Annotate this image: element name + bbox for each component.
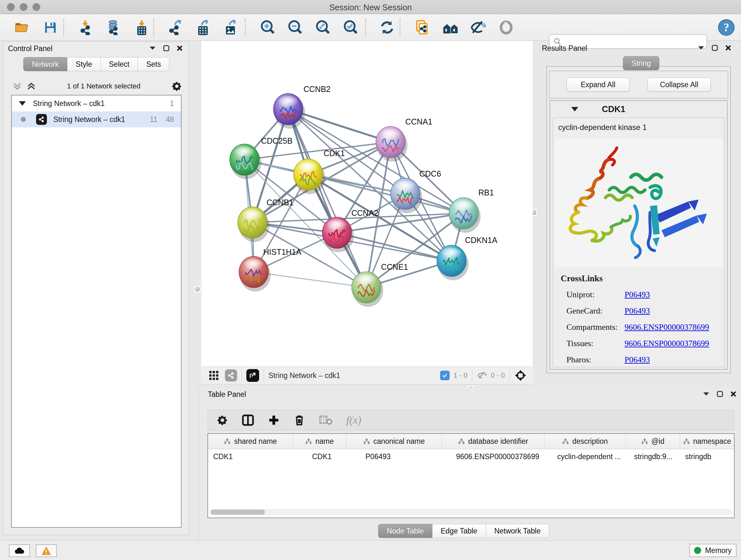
cloud-button[interactable]	[9, 544, 30, 557]
collapse-all-networks-icon[interactable]	[12, 81, 22, 91]
refresh-icon[interactable]	[378, 18, 396, 37]
scrollbar-thumb[interactable]	[211, 509, 265, 515]
import-table-icon[interactable]	[133, 18, 151, 37]
panel-float-icon[interactable]	[163, 45, 170, 51]
cell-database-identifier[interactable]: 9606.ENSP00000378699	[442, 449, 544, 464]
tab-edge-table[interactable]: Edge Table	[432, 524, 486, 538]
fit-selected-target-icon[interactable]	[514, 369, 527, 382]
import-network-icon[interactable]	[77, 18, 95, 37]
zoom-out-icon[interactable]	[286, 18, 305, 37]
cell-id[interactable]: stringdb:9...	[626, 449, 680, 464]
cell-namespace[interactable]: stringdb	[680, 449, 734, 464]
add-column-icon[interactable]	[268, 414, 280, 426]
function-builder-icon[interactable]: f(x)	[346, 414, 361, 426]
cell-shared-name[interactable]: CDK1	[208, 449, 293, 464]
expand-all-button[interactable]: Expand All	[566, 78, 630, 91]
panel-menu-icon[interactable]	[149, 46, 156, 51]
tab-sets[interactable]: Sets	[138, 57, 170, 71]
column-header[interactable]: description	[544, 434, 626, 449]
collapse-all-button[interactable]: Collapse All	[648, 78, 711, 91]
network-row-selected[interactable]: String Network – cdk1 11 48	[12, 111, 181, 127]
network-graph[interactable]: CCNB2CCNA1CDC25BCDK1CDC6RB1CCNB1CCNA2CDK…	[201, 41, 530, 365]
zoom-in-icon[interactable]	[259, 18, 277, 37]
string-view-icon[interactable]	[225, 369, 237, 381]
network-node-hist1h1a[interactable]: HIST1H1A	[239, 247, 301, 292]
table-header-row: shared name name canonical name database…	[208, 434, 734, 449]
network-edge[interactable]	[288, 109, 366, 287]
tab-node-table[interactable]: Node Table	[378, 524, 432, 538]
export-table-icon[interactable]	[194, 18, 212, 37]
open-file-icon[interactable]	[13, 18, 30, 37]
panel-float-icon[interactable]	[712, 45, 718, 51]
tab-string[interactable]: String	[623, 56, 659, 70]
show-hide-graphics-icon[interactable]	[469, 18, 487, 37]
crosslink-pharos[interactable]: P06493	[624, 355, 709, 365]
column-header[interactable]: canonical name	[346, 434, 442, 449]
panel-close-icon[interactable]	[177, 45, 183, 51]
left-splitter-handle[interactable]	[193, 285, 201, 293]
results-buttons-row: Expand All Collapse All	[549, 71, 728, 99]
panel-close-icon[interactable]	[730, 391, 737, 397]
tab-select[interactable]: Select	[101, 57, 138, 71]
network-selection-summary: 1 of 1 Network selected	[36, 82, 172, 90]
column-header[interactable]: shared name	[208, 434, 293, 449]
import-network-from-database-icon[interactable]	[105, 18, 123, 37]
hidden-eye-icon[interactable]	[477, 370, 488, 381]
network-options-gear-icon[interactable]	[172, 81, 182, 91]
gene-card-collapse-icon[interactable]	[571, 107, 578, 111]
network-node-rb1[interactable]: RB1	[449, 188, 494, 233]
crosslink-uniprot[interactable]: P06493	[624, 290, 709, 300]
network-edge[interactable]	[254, 272, 366, 287]
network-collection-row[interactable]: String Network – cdk1 1	[12, 96, 181, 111]
export-network-icon[interactable]	[167, 18, 185, 37]
collection-expand-icon[interactable]	[19, 101, 26, 106]
panel-close-icon[interactable]	[725, 45, 731, 51]
network-canvas[interactable]: CCNB2CCNA1CDC25BCDK1CDC6RB1CCNB1CCNA2CDK…	[201, 41, 533, 367]
panel-menu-icon[interactable]	[697, 46, 704, 50]
network-node-cdc6[interactable]: CDC6	[391, 169, 441, 213]
network-node-ccnb2[interactable]: CCNB2	[273, 84, 331, 129]
cell-description[interactable]: cyclin-dependent ...	[544, 449, 626, 464]
save-session-icon[interactable]	[42, 18, 59, 37]
crosslink-genecard[interactable]: P06493	[624, 306, 709, 316]
table-row[interactable]: CDK1 CDK1 P06493 9606.ENSP00000378699 cy…	[208, 449, 734, 464]
network-node-cdkn1a[interactable]: CDKN1A	[437, 236, 497, 280]
selected-checkbox-icon[interactable]	[440, 371, 450, 380]
expand-all-networks-icon[interactable]	[26, 81, 36, 91]
zoom-fit-icon[interactable]	[314, 18, 332, 37]
tab-network[interactable]: Network	[23, 57, 67, 71]
hide-graphics-details-icon[interactable]	[497, 18, 515, 37]
show-columns-icon[interactable]	[242, 414, 254, 427]
table-options-gear-icon[interactable]	[217, 415, 228, 426]
node-label-cdc6: CDC6	[419, 169, 441, 178]
network-node-ccna1[interactable]: CCNA1	[376, 117, 432, 162]
delete-column-icon[interactable]	[293, 414, 306, 426]
column-header[interactable]: namespace	[680, 434, 734, 449]
export-image-icon[interactable]	[222, 18, 240, 37]
warnings-button[interactable]	[36, 544, 57, 557]
network-node-ccnb1[interactable]: CCNB1	[238, 198, 293, 242]
crosslink-tissues[interactable]: 9606.ENSP00000378699	[624, 339, 709, 348]
zoom-selected-icon[interactable]	[342, 18, 360, 37]
crosslink-compartments[interactable]: 9606.ENSP00000378699	[624, 322, 709, 332]
open-in-window-icon[interactable]	[246, 369, 259, 382]
gene-card-header[interactable]: CDK1	[550, 101, 727, 118]
column-header[interactable]: name	[293, 434, 346, 449]
panel-float-icon[interactable]	[717, 391, 723, 397]
network-node-ccne1[interactable]: CCNE1	[352, 262, 408, 307]
panel-menu-icon[interactable]	[703, 392, 710, 396]
first-neighbors-icon[interactable]	[442, 18, 460, 37]
table-horizontal-scrollbar[interactable]	[210, 509, 732, 515]
cell-canonical-name[interactable]: P06493	[346, 449, 442, 464]
tab-style[interactable]: Style	[67, 57, 100, 71]
cell-name[interactable]: CDK1	[293, 449, 346, 464]
grid-view-icon[interactable]	[208, 370, 219, 381]
clone-network-icon[interactable]	[414, 18, 431, 37]
delete-table-icon[interactable]	[319, 415, 333, 426]
column-header[interactable]: database identifier	[442, 434, 544, 449]
network-node-cdk1[interactable]: CDK1	[293, 149, 345, 194]
memory-button[interactable]: Memory	[689, 544, 737, 557]
tab-network-table[interactable]: Network Table	[486, 524, 549, 538]
help-icon[interactable]: ?	[718, 18, 735, 37]
column-header[interactable]: @id	[626, 434, 680, 449]
